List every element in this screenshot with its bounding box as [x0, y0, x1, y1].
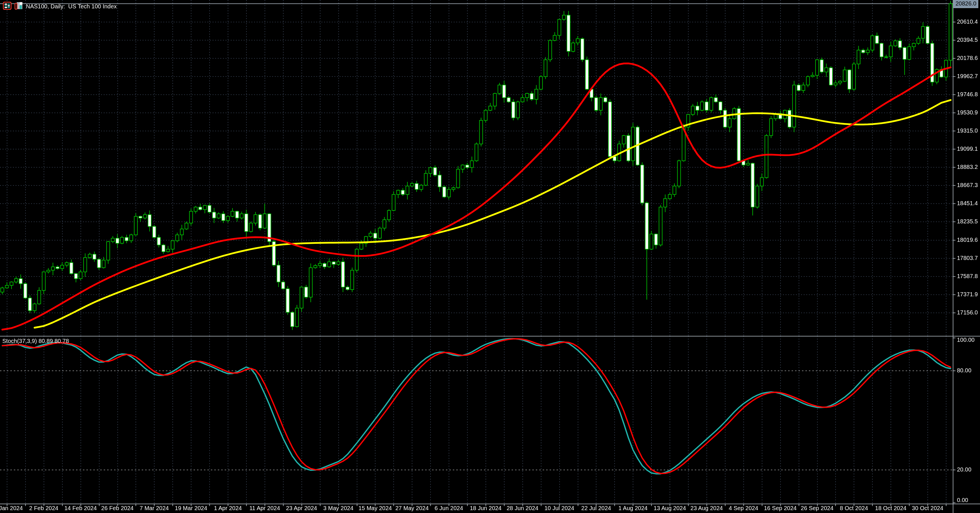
date-axis-label: 16 Sep 2024: [764, 505, 797, 511]
date-axis-label: 22 Jul 2024: [581, 505, 611, 511]
chart-window: NAS100, Daily: US Tech 100 Index Stoch(3…: [0, 0, 980, 513]
date-axis-label: 26 Sep 2024: [801, 505, 834, 511]
price-axis-label: 18667.3: [957, 182, 978, 188]
price-axis-label: 20394.5: [957, 37, 978, 43]
price-axis-label: 18019.6: [957, 237, 978, 243]
chart-shortcut-icon: [14, 2, 23, 11]
price-chart-canvas[interactable]: [0, 0, 980, 513]
price-axis-label: 17156.0: [957, 309, 978, 316]
time-axis[interactable]: 23 Jan 20242 Feb 202414 Feb 202426 Feb 2…: [0, 504, 980, 513]
chart-title: NAS100, Daily: US Tech 100 Index: [26, 3, 117, 10]
date-axis-label: 18 Jun 2024: [470, 505, 501, 511]
price-axis-label: 20178.6: [957, 55, 978, 61]
date-axis-label: 6 Jun 2024: [435, 505, 463, 511]
date-axis-label: 26 Feb 2024: [101, 505, 134, 511]
date-axis-label: 27 May 2024: [395, 505, 429, 511]
price-axis-label: 19962.7: [957, 73, 978, 80]
price-axis-label: 19746.8: [957, 91, 978, 98]
quotes-window-icon: [3, 2, 11, 11]
date-axis-label: 7 Mar 2024: [140, 505, 169, 511]
stoch-scale-label: 80.00: [957, 367, 971, 374]
current-price-tag: 20826.0: [953, 0, 978, 8]
date-axis-label: 28 Jun 2024: [507, 505, 538, 511]
price-axis-label: 18235.5: [957, 218, 978, 225]
date-axis-label: 23 Aug 2024: [690, 505, 723, 511]
chart-title-bar: NAS100, Daily: US Tech 100 Index: [3, 2, 117, 11]
price-axis-label: 17803.7: [957, 255, 978, 261]
stochastic-indicator-label: Stoch(37,3,9) 80.89 80.78: [2, 338, 69, 344]
price-axis-label: 17587.8: [957, 273, 978, 280]
price-axis-label: 20610.4: [957, 18, 978, 25]
price-axis-label: 19315.0: [957, 127, 978, 134]
date-axis-label: 30 Oct 2024: [912, 505, 943, 511]
date-axis-label: 11 Apr 2024: [250, 505, 280, 511]
price-axis-label: 17371.9: [957, 291, 978, 298]
price-axis[interactable]: 20826.0 20610.420394.520178.619962.71974…: [953, 0, 980, 504]
price-axis-label: 18883.2: [957, 164, 978, 170]
date-axis-label: 10 Jul 2024: [544, 505, 574, 511]
date-axis-label: 3 May 2024: [323, 505, 353, 511]
price-axis-label: 18451.4: [957, 200, 978, 207]
date-axis-label: 23 Jan 2024: [0, 505, 23, 511]
price-axis-label: 19099.1: [957, 145, 978, 152]
stoch-scale-label: 0.00: [957, 497, 968, 503]
date-axis-label: 1 Aug 2024: [619, 505, 648, 511]
date-axis-label: 14 Feb 2024: [64, 505, 97, 511]
date-axis-label: 23 Apr 2024: [286, 505, 317, 511]
date-axis-label: 19 Mar 2024: [175, 505, 207, 511]
date-axis-label: 18 Oct 2024: [875, 505, 907, 511]
date-axis-label: 4 Sep 2024: [729, 505, 758, 511]
date-axis-label: 8 Oct 2024: [840, 505, 868, 511]
stoch-scale-label: 100.00: [957, 337, 975, 343]
date-axis-label: 1 Apr 2024: [214, 505, 242, 511]
date-axis-label: 15 May 2024: [359, 505, 392, 511]
stoch-scale-label: 20.00: [957, 466, 971, 473]
date-axis-label: 2 Feb 2024: [29, 505, 58, 511]
price-axis-label: 19530.9: [957, 109, 978, 116]
date-axis-label: 13 Aug 2024: [654, 505, 686, 511]
